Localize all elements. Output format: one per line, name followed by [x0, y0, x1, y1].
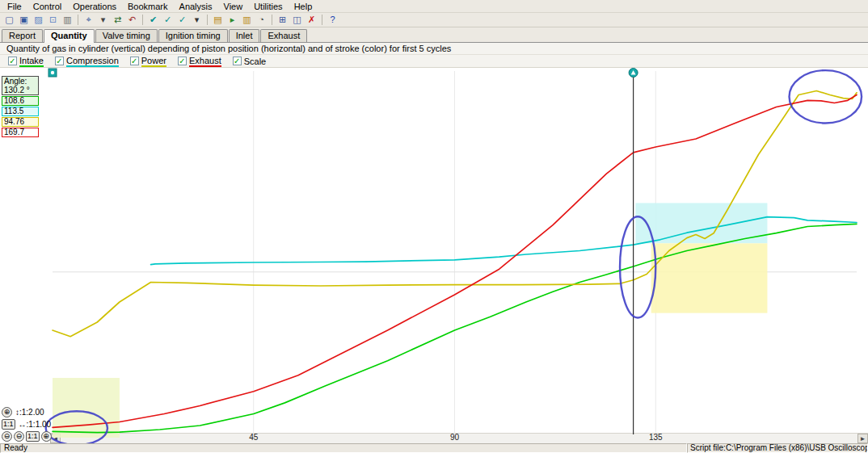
zoom-out-button[interactable]: ⊖ — [14, 431, 24, 442]
menu-analysis[interactable]: Analysis — [174, 1, 218, 12]
zoom-row-0: ⊕↕:1:2.00 — [2, 406, 52, 418]
highlight-region — [635, 203, 767, 243]
annotation-ellipse — [620, 216, 655, 317]
series-label: Compression — [66, 56, 119, 67]
tab-exhaust[interactable]: Exhaust — [260, 29, 307, 42]
status-ready: Ready — [0, 443, 687, 453]
check-first-icon[interactable]: ✓ — [161, 14, 175, 27]
series-line-intake — [53, 224, 857, 432]
toolbar-separator — [78, 15, 78, 25]
left-marker-dot — [51, 71, 54, 74]
export-icon[interactable]: ▨ — [32, 14, 45, 27]
cursor-readout-panel: Angle:130.2 °108.6113.594.76169.7 — [2, 76, 39, 137]
cursor-marker-icon — [629, 69, 638, 78]
toolbar: ▢▣▨⊡▥⌖▾⇄↶✔✓✓▾▤▸▥◔⊞◫✗? — [0, 13, 868, 27]
menu-utilities[interactable]: Utilities — [248, 1, 288, 12]
toolbar-separator — [207, 15, 208, 25]
chart-area[interactable]: Angle:130.2 °108.6113.594.76169.7 ⊕↕:1:2… — [0, 68, 868, 443]
print-icon[interactable]: ▥ — [61, 14, 74, 27]
status-bar: Ready Script file:C:\Program Files (x86)… — [0, 443, 868, 453]
series-line-power — [53, 91, 857, 337]
series-label: Intake — [19, 56, 44, 67]
save-icon[interactable]: ▣ — [17, 14, 31, 27]
check-second-icon[interactable]: ✓ — [175, 14, 189, 27]
series-value-readout-3: 169.7 — [2, 128, 39, 137]
tab-valve-timing[interactable]: Valve timing — [95, 29, 158, 42]
checkbox-checked-icon[interactable]: ✓ — [55, 57, 64, 65]
checkbox-checked-icon[interactable]: ✓ — [178, 57, 187, 65]
series-value-readout-2: 94.76 — [2, 117, 39, 127]
zoom-in-button[interactable]: ⊕ — [2, 407, 12, 417]
swap-axes-icon[interactable]: ⇄ — [111, 14, 124, 27]
toolbar-separator — [322, 15, 322, 25]
script-icon[interactable]: ▤ — [211, 14, 225, 27]
toolbar-separator — [142, 15, 143, 25]
checkbox-checked-icon[interactable]: ✓ — [8, 57, 17, 65]
angle-readout: Angle:130.2 ° — [2, 76, 39, 95]
highlight-region — [53, 378, 120, 438]
series-toggle-scale[interactable]: ✓Scale — [233, 57, 267, 66]
scroll-left-icon[interactable]: ◄ — [50, 434, 61, 443]
menu-operations[interactable]: Operations — [67, 1, 122, 12]
zoom-reset-button[interactable]: 1:1 — [2, 419, 15, 430]
scrollbar-track[interactable] — [61, 434, 857, 443]
zoom-reset-button[interactable]: 1:1 — [26, 431, 40, 442]
menu-control[interactable]: Control — [27, 1, 67, 12]
series-line-exhaust — [53, 95, 857, 428]
highlight-region — [651, 243, 768, 312]
series-label: Scale — [244, 57, 267, 66]
series-toggle-bar: ✓Intake✓Compression✓Power✓Exhaust✓Scale — [0, 55, 868, 68]
new-file-icon[interactable]: ▢ — [2, 14, 16, 27]
zoom-controls: ⊕↕:1:2.001:1↔:1:1.00⊖⊖1:1⊕ — [2, 406, 52, 443]
apply-all-check-icon[interactable]: ✔ — [146, 14, 160, 27]
tab-quantity[interactable]: Quantity — [44, 29, 95, 43]
menu-bookmark[interactable]: Bookmark — [122, 1, 174, 12]
delete-icon[interactable]: ✗ — [305, 14, 318, 27]
copy-icon[interactable]: ⊡ — [46, 14, 60, 27]
undo-icon[interactable]: ↶ — [125, 14, 139, 27]
help-icon[interactable]: ? — [326, 14, 339, 27]
chart-plot: 4590135 — [0, 68, 868, 443]
menu-bar: FileControlOperationsBookmarkAnalysisVie… — [0, 0, 868, 13]
angle-label: Angle: — [4, 77, 36, 86]
annotation-ellipse — [790, 70, 862, 123]
cursor-marker-arrow — [631, 70, 636, 75]
series-value-readout-0: 108.6 — [2, 96, 39, 106]
tab-report[interactable]: Report — [2, 29, 43, 42]
series-toggle-intake[interactable]: ✓Intake — [8, 56, 44, 67]
tab-bar: ReportQuantityValve timingIgnition timin… — [0, 27, 868, 43]
toolbar-separator — [272, 15, 272, 25]
grid-icon[interactable]: ⊞ — [276, 14, 289, 27]
clock-icon[interactable]: ◔ — [255, 14, 268, 27]
menu-view[interactable]: View — [218, 1, 249, 12]
zoom-row-1: 1:1↔:1:1.00 — [2, 418, 52, 430]
tab-inlet[interactable]: Inlet — [229, 29, 260, 42]
status-script-path: Script file:C:\Program Files (x86)\USB O… — [687, 443, 868, 453]
menu-help[interactable]: Help — [289, 1, 318, 12]
horizontal-scrollbar[interactable]: ◄ ► — [50, 433, 868, 443]
zoom-row-2: ⊖⊖1:1⊕ — [2, 430, 52, 443]
chart-icon[interactable]: ◫ — [290, 14, 304, 27]
checks-menu-icon[interactable]: ▾ — [190, 14, 204, 27]
notes-icon[interactable]: ▥ — [240, 14, 254, 27]
dropdown-icon[interactable]: ▾ — [96, 14, 110, 27]
series-toggle-compression[interactable]: ✓Compression — [55, 56, 119, 67]
tab-ignition-timing[interactable]: Ignition timing — [158, 29, 228, 42]
zoom-out-button[interactable]: ⊖ — [2, 431, 12, 442]
pin-icon[interactable]: ⌖ — [82, 14, 95, 27]
chart-description: Quantity of gas in cylinder (vertical) d… — [0, 43, 868, 55]
series-toggle-exhaust[interactable]: ✓Exhaust — [178, 56, 221, 67]
series-value-readout-1: 113.5 — [2, 107, 39, 116]
menu-file[interactable]: File — [2, 1, 27, 12]
series-label: Power — [141, 56, 166, 67]
checkbox-checked-icon[interactable]: ✓ — [233, 57, 242, 65]
left-marker-icon — [48, 69, 57, 77]
zoom-in-button[interactable]: ⊕ — [41, 431, 52, 442]
series-line-compression — [151, 217, 857, 265]
zoom-scale-label: ↔:1:1.00 — [19, 420, 52, 429]
checkbox-checked-icon[interactable]: ✓ — [130, 57, 139, 65]
angle-value: 130.2 ° — [4, 86, 36, 94]
series-toggle-power[interactable]: ✓Power — [130, 56, 166, 67]
scroll-right-icon[interactable]: ► — [857, 434, 868, 443]
run-script-icon[interactable]: ▸ — [225, 14, 239, 27]
